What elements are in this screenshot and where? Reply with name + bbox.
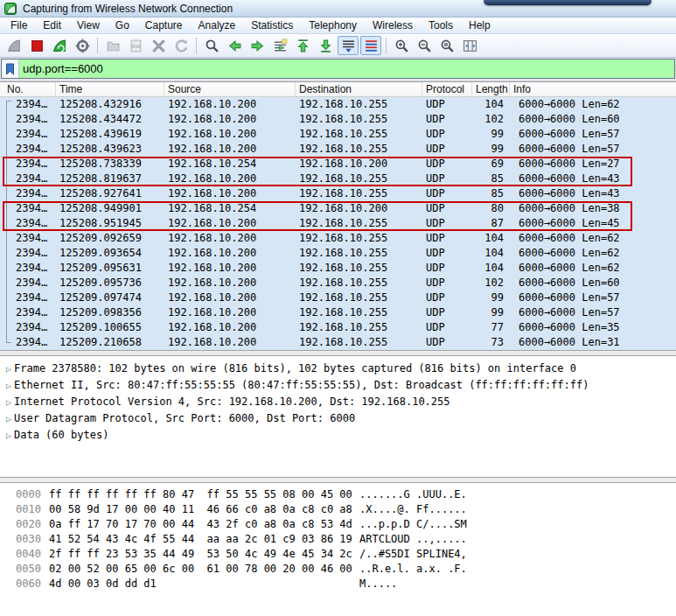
hex-bytes: 2f ff ff 23 53 35 44 49 53 50 4c 49 4e 4… [40, 547, 351, 562]
detail-line[interactable]: ▷Data (60 bytes) [0, 427, 676, 444]
packet-row[interactable]: 2394…125209.095736192.168.10.200192.168.… [0, 276, 676, 290]
next-packet-icon [250, 38, 265, 53]
cell-dst: 192.168.10.255 [296, 97, 422, 112]
resize-columns-button[interactable] [459, 36, 480, 55]
detail-line[interactable]: ▷User Datagram Protocol, Src Port: 6000,… [0, 410, 676, 427]
expander-icon[interactable]: ▷ [0, 360, 14, 377]
splitter-details-hex[interactable] [0, 477, 676, 483]
hex-row[interactable]: 0000ff ff ff ff ff ff 80 47 ff 55 55 55 … [0, 487, 676, 502]
packet-row[interactable]: 2394…125208.819637192.168.10.200192.168.… [0, 172, 676, 186]
packet-row[interactable]: 2394…125208.949901192.168.10.254192.168.… [0, 201, 676, 216]
expander-icon[interactable]: ▷ [0, 377, 14, 394]
title-bar: Capturing from Wireless Network Connecti… [0, 0, 676, 18]
cell-proto: UDP [422, 142, 472, 157]
menu-item-wireless[interactable]: Wireless [365, 18, 421, 32]
menu-item-edit[interactable]: Edit [35, 18, 69, 32]
packet-row[interactable]: 2394…125208.434472192.168.10.200192.168.… [0, 112, 676, 127]
zoom-in-button[interactable] [391, 36, 412, 55]
display-filter-input[interactable] [19, 60, 674, 78]
packet-row[interactable]: 2394…125209.095631192.168.10.200192.168.… [0, 261, 676, 276]
detail-line[interactable]: ▷Frame 2378580: 102 bytes on wire (816 b… [0, 360, 676, 377]
column-header-time[interactable]: Time [56, 82, 164, 96]
cell-no: 2394… [0, 201, 56, 216]
cell-src: 192.168.10.200 [164, 186, 296, 201]
column-header-no[interactable]: No. [0, 82, 56, 96]
packet-row[interactable]: 2394…125208.439623192.168.10.200192.168.… [0, 142, 676, 157]
packet-row[interactable]: 2394…125209.097474192.168.10.200192.168.… [0, 290, 676, 305]
menu-item-capture[interactable]: Capture [137, 18, 191, 32]
column-header-info[interactable]: Info [510, 82, 676, 96]
previous-packet-icon [227, 38, 242, 53]
reload-file-button[interactable] [171, 36, 192, 55]
detail-line[interactable]: ▷Internet Protocol Version 4, Src: 192.1… [0, 394, 676, 410]
expander-icon[interactable]: ▷ [0, 427, 14, 444]
display-filter-field [1, 59, 675, 79]
go-to-packet-button[interactable] [269, 36, 290, 55]
hex-row[interactable]: 005002 00 52 00 65 00 6c 00 61 00 78 00 … [0, 562, 676, 577]
hex-row[interactable]: 001000 58 9d 17 00 00 40 11 46 66 c0 a8 … [0, 502, 676, 517]
cell-dst: 192.168.10.200 [296, 201, 422, 216]
menu-item-view[interactable]: View [69, 18, 108, 32]
first-packet-button[interactable] [292, 36, 313, 55]
cell-no: 2394… [0, 186, 56, 201]
packet-row[interactable]: 2394…125208.432916192.168.10.200192.168.… [0, 97, 676, 112]
next-packet-button[interactable] [247, 36, 268, 55]
hex-row[interactable]: 00604d 00 03 0d dd d1M..... [0, 577, 676, 592]
hex-row[interactable]: 003041 52 54 43 4c 4f 55 44 aa aa 2c 01 … [0, 532, 676, 547]
hex-row[interactable]: 00200a ff 17 70 17 70 00 44 43 2f c0 a8 … [0, 517, 676, 532]
background-window-edge [484, 0, 652, 5]
detail-text: Internet Protocol Version 4, Src: 192.16… [14, 396, 450, 408]
hex-row[interactable]: 00402f ff ff 23 53 35 44 49 53 50 4c 49 … [0, 547, 676, 562]
packet-row[interactable]: 2394…125209.093654192.168.10.200192.168.… [0, 246, 676, 261]
menu-item-analyze[interactable]: Analyze [191, 18, 244, 32]
colorize-button[interactable] [360, 36, 381, 55]
cell-src: 192.168.10.200 [164, 97, 296, 112]
cell-len: 104 [472, 97, 510, 112]
packet-row[interactable]: 2394…125208.738339192.168.10.254192.168.… [0, 157, 676, 172]
packet-row[interactable]: 2394…125209.100655192.168.10.200192.168.… [0, 320, 676, 335]
hex-bytes: 02 00 52 00 65 00 6c 00 61 00 78 00 20 0… [40, 562, 351, 577]
zoom-out-button[interactable] [414, 36, 435, 55]
column-header-protocol[interactable]: Protocol [422, 82, 472, 96]
close-file-icon [151, 38, 166, 53]
capture-options-button[interactable] [72, 36, 93, 55]
column-header-destination[interactable]: Destination [296, 82, 422, 96]
packet-row[interactable]: 2394…125208.439619192.168.10.200192.168.… [0, 127, 676, 142]
find-packet-button[interactable] [201, 36, 222, 55]
previous-packet-button[interactable] [224, 36, 245, 55]
last-packet-button[interactable] [315, 36, 336, 55]
menu-item-file[interactable]: File [3, 18, 35, 32]
restart-capture-button[interactable] [49, 36, 70, 55]
menu-item-tools[interactable]: Tools [421, 18, 461, 32]
save-file-button[interactable]: 010 [125, 36, 146, 55]
zoom-reset-button[interactable] [436, 36, 457, 55]
packet-row[interactable]: 2394…125209.092659192.168.10.200192.168.… [0, 231, 676, 246]
packet-row[interactable]: 2394…125208.951945192.168.10.200192.168.… [0, 216, 676, 231]
hex-offset: 0060 [0, 577, 40, 592]
cell-info: 6000→6000 Len=27 [510, 157, 676, 172]
expander-icon[interactable]: ▷ [0, 394, 14, 410]
menu-item-help[interactable]: Help [461, 18, 498, 32]
toolbar-separator [97, 38, 98, 53]
close-file-button[interactable] [148, 36, 169, 55]
filter-bookmark-button[interactable] [2, 60, 19, 78]
splitter-list-details[interactable] [0, 350, 676, 356]
open-file-button[interactable] [102, 36, 123, 55]
stop-capture-button[interactable] [26, 36, 47, 55]
packet-row[interactable]: 2394…125209.098356192.168.10.200192.168.… [0, 305, 676, 320]
auto-scroll-button[interactable] [338, 36, 359, 55]
cell-no: 2394… [0, 276, 56, 290]
detail-line[interactable]: ▷Ethernet II, Src: 80:47:ff:55:55:55 (80… [0, 377, 676, 394]
packet-row[interactable]: 2394…125209.210658192.168.10.200192.168.… [0, 335, 676, 350]
expander-icon[interactable]: ▷ [0, 410, 14, 427]
column-header-source[interactable]: Source [164, 82, 296, 96]
menu-item-telephony[interactable]: Telephony [301, 18, 365, 32]
window-title: Capturing from Wireless Network Connecti… [23, 3, 233, 15]
packet-row[interactable]: 2394…125208.927641192.168.10.200192.168.… [0, 186, 676, 201]
start-capture-button[interactable] [3, 36, 24, 55]
menu-item-go[interactable]: Go [108, 18, 137, 32]
cell-src: 192.168.10.200 [164, 290, 296, 305]
column-header-length[interactable]: Length [472, 82, 510, 96]
cell-len: 99 [472, 305, 510, 320]
menu-item-statistics[interactable]: Statistics [243, 18, 301, 32]
